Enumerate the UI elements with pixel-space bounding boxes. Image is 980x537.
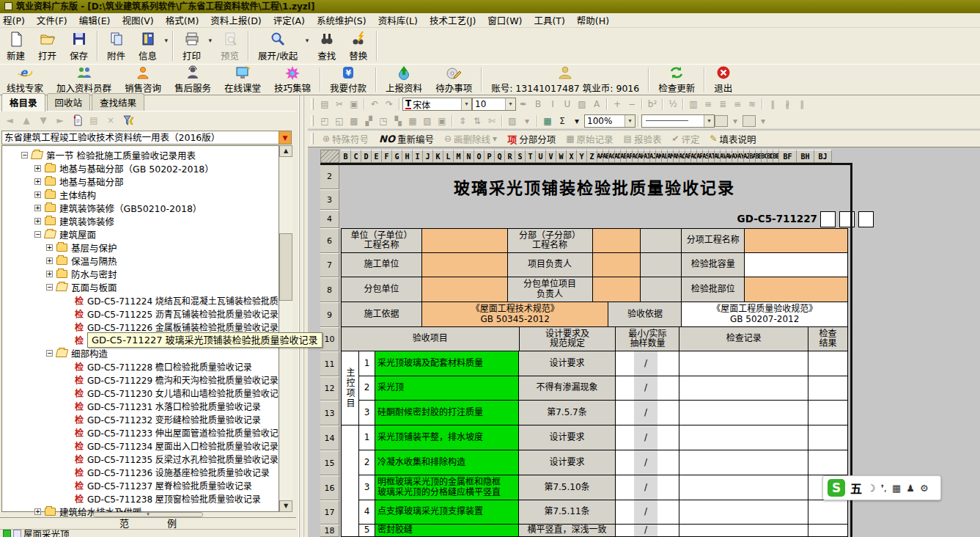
form-value-cell[interactable]: 《屋面工程质量验收规范》 GB 50207-2012 xyxy=(682,302,848,327)
form-header-cell[interactable]: 检查 结果 xyxy=(808,327,848,351)
column-header-BC[interactable]: BC xyxy=(762,150,767,163)
tree-leaf-item[interactable]: 检GD-C5-711238 屋顶窗检验批质量验收记录 xyxy=(2,492,279,505)
format-tool-button[interactable]: ≡ xyxy=(730,98,745,111)
scrollbar-thumb[interactable] xyxy=(279,233,292,301)
form-header-cell[interactable]: 检查记录 xyxy=(679,327,808,351)
format-tool-button[interactable]: I xyxy=(545,98,560,111)
item-record-cell[interactable] xyxy=(679,525,808,537)
column-header-AH[interactable]: AH xyxy=(638,150,644,163)
template-set-select[interactable]: 东省建筑工程竣工验收技术资料统一用表（2016版） ▼ xyxy=(1,131,292,145)
expand-toggle-icon[interactable]: + xyxy=(46,271,53,277)
toolbar-button-update[interactable]: 检查更新 xyxy=(652,65,701,95)
toolbar-button-group[interactable]: 加入资料员群 xyxy=(50,65,118,95)
column-header-B[interactable]: B xyxy=(341,150,351,163)
item-number-cell[interactable]: 3 xyxy=(359,401,375,425)
item-name-cell[interactable]: 点支撑玻璃采光顶支撑装置 xyxy=(375,500,519,525)
column-header-P[interactable]: P xyxy=(485,150,495,163)
format-tool-button[interactable]: ▥ xyxy=(686,98,701,111)
expand-toggle-icon[interactable]: − xyxy=(21,152,28,158)
item-name-cell[interactable]: 冷凝水收集和排除构造 xyxy=(375,450,519,475)
expand-toggle-icon[interactable]: − xyxy=(46,284,53,291)
column-header-H[interactable]: H xyxy=(402,150,413,163)
format-tool-button[interactable]: ▣ xyxy=(435,114,449,128)
zoom-combo[interactable]: 100%▾ xyxy=(584,114,635,128)
tree-folder-item[interactable]: +建筑装饰装修（GB50210-2018） xyxy=(2,201,279,214)
item-spec-cell[interactable]: 横平竖直，深浅一致 xyxy=(519,525,616,537)
toolbar-button-find[interactable]: 查找 xyxy=(311,28,342,64)
row-number-15[interactable]: 15 xyxy=(320,450,339,475)
column-header-AK[interactable]: AK xyxy=(656,150,662,163)
item-spec-cell[interactable]: 设计要求 xyxy=(519,450,616,475)
column-header-N[interactable]: N xyxy=(464,150,474,163)
tree-folder-item[interactable]: +建筑装饰装修 xyxy=(2,214,279,227)
toolbar-button-service[interactable]: 售后服务 xyxy=(168,65,218,95)
tree-leaf-item[interactable]: 检GD-C5-711230 女儿墙和山墙检验批质量验收记录 xyxy=(2,386,279,399)
tree-folder-item[interactable]: +主体结构 xyxy=(2,188,279,201)
format-tool-button[interactable]: − xyxy=(625,98,639,111)
column-header-AR[interactable]: AR xyxy=(697,150,703,163)
format-tool-button[interactable]: U xyxy=(560,98,575,111)
line-style-combo[interactable]: ▾ xyxy=(641,114,715,128)
tree-leaf-item[interactable]: 检GD-C5-711235 反梁过水孔检验批质量验收记录 xyxy=(2,452,279,465)
form-header-cell[interactable]: 设计要求及 规范规定 xyxy=(520,327,616,351)
filter-icon[interactable] xyxy=(122,114,133,126)
form-label-cell[interactable]: 验收依据 xyxy=(608,302,682,327)
column-header-C[interactable]: C xyxy=(351,150,361,163)
column-header-E[interactable]: E xyxy=(372,150,382,163)
column-header-AV[interactable]: AV xyxy=(721,150,726,163)
column-header-Z[interactable]: Z xyxy=(587,150,597,163)
item-result-cell[interactable] xyxy=(808,401,848,425)
splitter-collapse-handle[interactable]: ▾ xyxy=(93,512,203,517)
item-name-cell[interactable]: 密封胶缝 xyxy=(375,525,519,537)
sidebar-tab-查找结果[interactable]: 查找结果 xyxy=(92,93,144,111)
column-header-Q[interactable]: Q xyxy=(495,150,505,163)
format-tool-button[interactable]: ▾ xyxy=(756,114,770,128)
column-header-BH[interactable]: BH xyxy=(797,150,814,163)
column-header-AX[interactable]: AX xyxy=(732,150,738,163)
toolbar-button-tips[interactable]: 技巧集锦 xyxy=(268,65,317,95)
group-cell-main-control[interactable]: 主控项目 xyxy=(341,351,359,425)
menu-item[interactable]: 系统维护(S) xyxy=(311,13,372,27)
item-name-cell[interactable]: 硅酮耐候密封胶的打注质量 xyxy=(375,401,519,425)
item-number-cell[interactable]: 2 xyxy=(359,450,375,475)
format-tool-button[interactable]: ▨ xyxy=(575,98,589,111)
column-header-AZ[interactable]: AZ xyxy=(744,150,750,163)
tree-leaf-item[interactable]: 检GD-C5-711227 玻璃采光顶铺装检验批质量验收记录 xyxy=(2,333,279,346)
item-record-cell[interactable] xyxy=(679,425,808,450)
item-sample-cell[interactable]: / xyxy=(616,401,679,425)
tool-button-填表说明[interactable]: ✎填表说明 xyxy=(704,132,761,146)
format-tool-button[interactable]: ∥ xyxy=(795,98,809,111)
toolbar-button-expand[interactable]: 展开/收起▾ xyxy=(251,28,311,64)
item-sample-cell[interactable]: / xyxy=(616,525,679,537)
form-label-cell[interactable]: 分项工程名称 xyxy=(682,229,745,253)
row-number-3[interactable]: 3 xyxy=(320,189,339,210)
new-node-icon[interactable] xyxy=(72,114,82,126)
titlebar[interactable]: 筑业资料广东版 - [D:\筑业建筑系列软件\广东省工程资料软件\工程\1.zy… xyxy=(0,0,980,13)
column-header-AE[interactable]: AE xyxy=(621,150,627,163)
item-name-cell[interactable]: 采光顶玻璃及配套材料质量 xyxy=(375,351,519,376)
scroll-down-button[interactable]: ▼ xyxy=(279,500,292,512)
column-header-AD[interactable]: AD xyxy=(615,150,621,163)
item-result-cell[interactable] xyxy=(808,425,848,450)
item-record-cell[interactable] xyxy=(679,450,808,475)
toolbar-button-exit[interactable]: 退出 xyxy=(707,65,739,95)
row-number-18[interactable]: 18 xyxy=(320,525,339,537)
format-tool-button[interactable]: ▤ xyxy=(317,98,332,111)
item-spec-cell[interactable]: 第7.5.11条 xyxy=(519,500,616,525)
toolbar-button-pay[interactable]: ¥我要付款 xyxy=(323,65,373,95)
expand-toggle-icon[interactable]: + xyxy=(34,165,41,172)
form-value-cell[interactable] xyxy=(422,277,508,302)
item-record-cell[interactable] xyxy=(679,376,808,401)
item-number-cell[interactable]: 1 xyxy=(359,351,375,376)
select-all-corner[interactable] xyxy=(320,150,339,163)
column-header-W[interactable]: W xyxy=(556,150,567,163)
column-header-BE[interactable]: BE xyxy=(773,150,779,163)
tree-leaf-item[interactable]: 检GD-C5-711226 金属板铺装检验批质量验收记录 xyxy=(2,320,279,333)
expand-toggle-icon[interactable]: + xyxy=(46,244,53,251)
tree-folder-item[interactable]: −第一节 检验批施工质量验收记录用表 xyxy=(2,148,279,161)
item-number-cell[interactable]: 4 xyxy=(359,500,375,525)
column-header-AC[interactable]: AC xyxy=(609,150,615,163)
row-number-16[interactable]: 16 xyxy=(320,475,339,500)
menu-item[interactable]: 文件(F) xyxy=(31,13,73,27)
item-sample-cell[interactable]: / xyxy=(616,376,679,401)
